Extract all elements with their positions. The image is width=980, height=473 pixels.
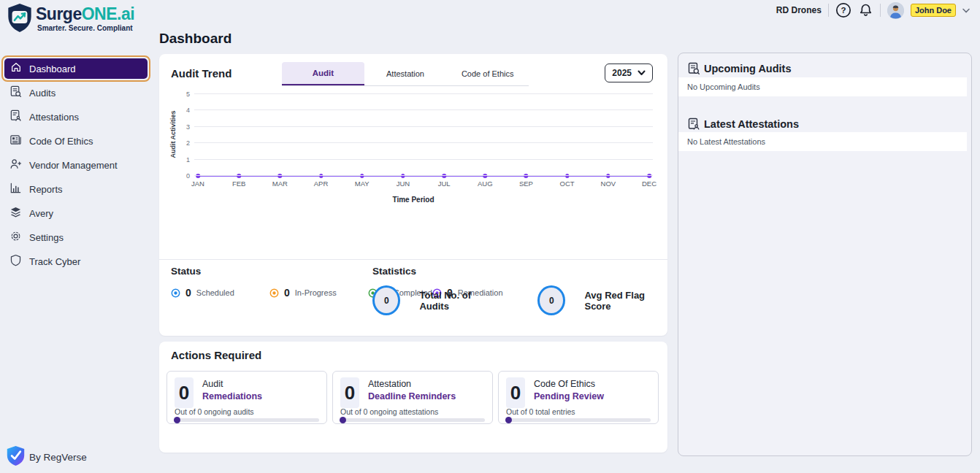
- sidebar-item-label: Attestations: [29, 112, 79, 123]
- divider: [159, 259, 667, 260]
- shield-icon: [9, 254, 22, 269]
- status-in-progress: 0In-Progress: [269, 284, 368, 301]
- ethics-pending-review-card[interactable]: 0 Code Of Ethics Pending Review Out of 0…: [498, 371, 659, 424]
- chevron-down-icon[interactable]: [962, 8, 970, 13]
- divider: [828, 4, 829, 17]
- sidebar-item-reports[interactable]: Reports: [3, 178, 149, 200]
- topbar-right: RD Drones ? John Doe: [776, 1, 970, 19]
- status-scheduled: 0Scheduled: [171, 284, 269, 301]
- actions-required-title: Actions Required: [171, 349, 261, 361]
- brand-name: SurgeONE.ai: [36, 6, 134, 23]
- sidebar-item-label: Settings: [29, 232, 64, 243]
- chart-plot-gridlines: [194, 94, 653, 176]
- total-audits-label: Total No. of Audits: [419, 290, 497, 312]
- chart-x-axis-title: Time Period: [171, 196, 656, 204]
- audit-trend-chart: Audit Activities 012345 JANFEBMARAPRMAYJ…: [171, 91, 656, 258]
- progress-bar: [506, 418, 651, 422]
- chevron-down-icon: [638, 70, 646, 76]
- user-plus-icon: [9, 158, 22, 173]
- chart-plot: [198, 94, 649, 176]
- sidebar-item-settings[interactable]: Settings: [3, 226, 149, 248]
- total-audits-value: 0: [372, 285, 400, 315]
- avg-red-flag-value: 0: [537, 285, 565, 315]
- action-count: 0: [175, 377, 194, 408]
- sidebar-item-attestations[interactable]: Attestations: [3, 106, 149, 128]
- org-name: RD Drones: [776, 5, 822, 15]
- right-panel: Upcoming Audits No Upcoming Audits Lates…: [678, 53, 972, 456]
- app-logo[interactable]: SurgeONE.ai Smarter. Secure. Compliant: [6, 2, 134, 36]
- notifications-bell-icon[interactable]: [858, 2, 873, 18]
- sidebar-item-label: Reports: [29, 184, 63, 195]
- tab-attestation[interactable]: Attestation: [364, 62, 447, 85]
- statistics-title: Statistics: [372, 266, 667, 277]
- svg-text:?: ?: [841, 6, 846, 15]
- sidebar-item-vendor-management[interactable]: Vendor Management: [3, 154, 149, 176]
- audit-document-icon: [9, 85, 22, 101]
- tab-code-of-ethics[interactable]: Code of Ethics: [446, 62, 529, 85]
- help-icon[interactable]: ?: [835, 2, 851, 18]
- attestation-document-icon: [9, 109, 22, 125]
- brand-shield-icon: [6, 2, 34, 36]
- audit-document-icon: [687, 62, 700, 75]
- layers-icon: [9, 206, 22, 221]
- attestation-deadline-card[interactable]: 0 Attestation Deadline Reminders Out of …: [332, 371, 493, 424]
- latest-attestations-header: Latest Attestations: [687, 118, 799, 131]
- upcoming-audits-header: Upcoming Audits: [687, 62, 791, 75]
- brand-tagline: Smarter. Secure. Compliant: [37, 25, 134, 32]
- bar-chart-icon: [9, 182, 22, 197]
- tab-audit[interactable]: Audit: [282, 62, 364, 85]
- sidebar-item-audits[interactable]: Audits: [3, 82, 149, 104]
- sidebar-item-label: Vendor Management: [29, 160, 118, 171]
- sidebar-item-label: Track Cyber: [29, 256, 80, 267]
- action-count: 0: [506, 377, 525, 408]
- audit-trend-card: Audit Trend Audit Attestation Code of Et…: [159, 54, 667, 336]
- actions-required-card: Actions Required 0 Audit Remediations Ou…: [159, 342, 667, 453]
- upcoming-audits-empty: No Upcoming Audits: [678, 77, 967, 96]
- year-select-value: 2025: [612, 68, 632, 78]
- home-icon: [10, 61, 22, 76]
- regverse-shield-icon: [6, 445, 26, 469]
- audit-trend-title: Audit Trend: [171, 67, 231, 80]
- status-dot-icon: [171, 288, 180, 298]
- avg-red-flag-label: Avg Red Flag Score: [584, 290, 667, 312]
- newspaper-icon: [9, 134, 22, 149]
- sidebar-item-track-cyber[interactable]: Track Cyber: [3, 250, 149, 272]
- audit-remediations-card[interactable]: 0 Audit Remediations Out of 0 ongoing au…: [166, 371, 327, 424]
- sidebar-item-label: Code Of Ethics: [29, 136, 93, 147]
- year-select[interactable]: 2025: [605, 64, 653, 82]
- chart-y-axis-title: Audit Activities: [169, 105, 177, 164]
- action-count: 0: [340, 377, 359, 408]
- attestation-document-icon: [687, 118, 700, 131]
- sidebar-item-label: Avery: [29, 208, 53, 219]
- user-name-badge[interactable]: John Doe: [911, 4, 956, 17]
- sidebar-item-avery[interactable]: Avery: [3, 202, 149, 224]
- chart-y-labels: 012345: [181, 94, 191, 176]
- sidebar: Dashboard Audits Attestations Code Of Et…: [0, 44, 153, 473]
- audit-trend-tabs: Audit Attestation Code of Ethics: [282, 62, 529, 86]
- sidebar-item-label: Audits: [29, 88, 55, 99]
- gear-icon: [9, 230, 22, 245]
- sidebar-item-code-of-ethics[interactable]: Code Of Ethics: [3, 130, 149, 152]
- sidebar-item-dashboard[interactable]: Dashboard: [1, 55, 150, 82]
- progress-bar: [175, 418, 319, 422]
- regverse-byline-text: By RegVerse: [29, 452, 87, 463]
- statistics-section: Statistics 0 Total No. of Audits 0 Avg R…: [372, 266, 667, 315]
- latest-attestations-empty: No Latest Attestations: [678, 132, 967, 151]
- regverse-byline: By RegVerse: [6, 445, 87, 469]
- status-dot-icon: [269, 288, 279, 298]
- page-title: Dashboard: [159, 31, 231, 47]
- user-avatar[interactable]: [887, 2, 904, 19]
- divider: [880, 4, 881, 17]
- sidebar-item-label: Dashboard: [29, 64, 76, 74]
- progress-bar: [340, 418, 485, 422]
